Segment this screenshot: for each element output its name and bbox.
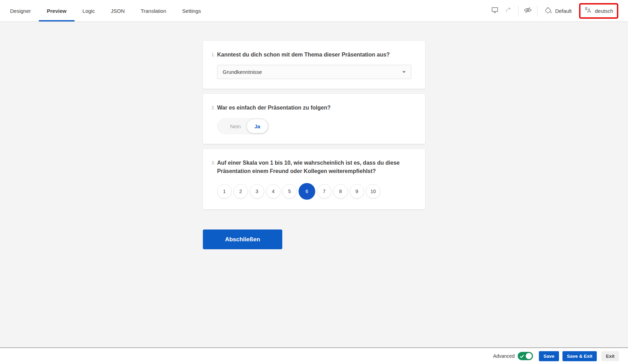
language-button[interactable]: deutsch — [595, 8, 613, 14]
survey-preview-area: 1. Kanntest du dich schon mit dem Thema … — [0, 22, 628, 347]
toolbar-separator — [537, 6, 537, 16]
paint-bucket-icon — [544, 6, 552, 16]
theme-button-label: Default — [555, 8, 572, 14]
save-button[interactable]: Save — [539, 351, 559, 361]
question-number: 2. — [212, 104, 217, 110]
toolbar: Default deutsch — [488, 0, 628, 21]
rating-item-7[interactable]: 7 — [317, 184, 332, 199]
rating-item-4[interactable]: 4 — [266, 184, 281, 199]
desktop-preview-icon — [491, 6, 499, 16]
tab-logic[interactable]: Logic — [75, 0, 103, 21]
rating-item-10[interactable]: 10 — [366, 184, 380, 199]
dropdown-value: Grundkenntnisse — [223, 69, 402, 75]
question-card-2: 2. War es einfach der Präsentation zu fo… — [203, 94, 425, 144]
tab-designer[interactable]: Designer — [2, 0, 39, 21]
question-card-3: 3. Auf einer Skala von 1 bis 10, wie wah… — [203, 149, 425, 209]
boolean-toggle[interactable]: Nein Ja — [217, 118, 269, 134]
bottom-bar: Advanced Save Save & Exit Exit — [0, 347, 628, 364]
advanced-label: Advanced — [493, 353, 515, 359]
question-title: Kanntest du dich schon mit dem Thema die… — [217, 51, 390, 59]
rating-item-5[interactable]: 5 — [282, 184, 297, 199]
exit-button[interactable]: Exit — [601, 351, 619, 361]
question-card-1: 1. Kanntest du dich schon mit dem Thema … — [203, 41, 425, 89]
language-icon — [584, 6, 592, 16]
question-number: 3. — [212, 159, 217, 165]
tab-preview[interactable]: Preview — [39, 0, 75, 21]
rating-item-9[interactable]: 9 — [350, 184, 364, 199]
tab-json[interactable]: JSON — [103, 0, 133, 21]
top-bar: Designer Preview Logic JSON Translation … — [0, 0, 628, 22]
survey-column: 1. Kanntest du dich schon mit dem Thema … — [203, 22, 425, 249]
redo-button[interactable] — [502, 4, 516, 18]
rating-row: 12345678910 — [217, 183, 411, 200]
check-icon — [520, 354, 524, 360]
boolean-option-ja[interactable]: Ja — [247, 119, 268, 133]
rating-item-2[interactable]: 2 — [233, 184, 248, 199]
chevron-down-icon — [402, 71, 406, 73]
rating-item-8[interactable]: 8 — [333, 184, 348, 199]
hide-survey-icon — [523, 6, 532, 16]
theme-button[interactable]: Default — [540, 4, 576, 18]
dropdown-input[interactable]: Grundkenntnisse — [217, 65, 411, 79]
question-title: War es einfach der Präsentation zu folge… — [217, 104, 330, 112]
rating-item-1[interactable]: 1 — [217, 184, 232, 199]
tab-translation[interactable]: Translation — [133, 0, 174, 21]
tab-strip: Designer Preview Logic JSON Translation … — [0, 0, 209, 21]
rating-item-3[interactable]: 3 — [250, 184, 264, 199]
hide-survey-button[interactable] — [521, 4, 535, 18]
device-preview-button[interactable] — [488, 4, 502, 18]
rating-item-6[interactable]: 6 — [299, 183, 315, 200]
toolbar-separator — [518, 6, 518, 16]
annotation-box: deutsch — [579, 3, 618, 19]
toggle-knob — [526, 353, 532, 359]
question-title: Auf einer Skala von 1 bis 10, wie wahrsc… — [217, 159, 411, 175]
save-and-exit-button[interactable]: Save & Exit — [562, 351, 597, 361]
tab-settings[interactable]: Settings — [174, 0, 209, 21]
survey-creator-app: Designer Preview Logic JSON Translation … — [0, 0, 628, 364]
redo-icon — [505, 6, 513, 16]
advanced-toggle[interactable] — [518, 352, 533, 360]
question-number: 1. — [212, 51, 217, 57]
complete-button[interactable]: Abschließen — [203, 229, 282, 249]
